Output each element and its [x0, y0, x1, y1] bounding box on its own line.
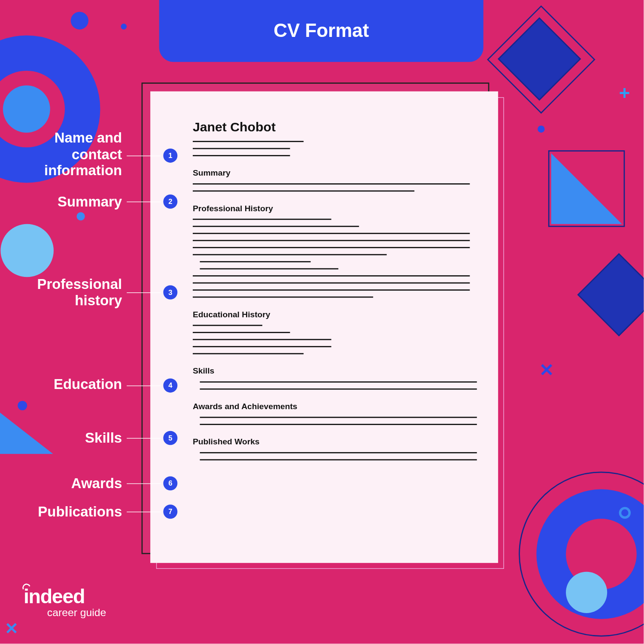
deco-diamond-icon — [498, 17, 581, 100]
cv-name: Janet Chobot — [193, 120, 470, 135]
callout-badge-2: 2 — [163, 194, 177, 209]
cv-skills-lines — [193, 381, 470, 389]
callout-label-contact: Name and contact information — [44, 130, 122, 179]
deco-ring-small-icon — [619, 507, 631, 519]
cv-education-lines — [193, 325, 470, 355]
deco-x-icon: ✕ — [5, 619, 18, 638]
cv-section-professional: Professional History — [193, 204, 470, 213]
deco-plus-icon: + — [619, 82, 630, 104]
cv-section-skills: Skills — [193, 366, 470, 376]
deco-circle-icon — [3, 85, 50, 133]
callout-label-publications: Publications — [38, 504, 122, 520]
callout-badge-3: 3 — [163, 286, 177, 300]
deco-triangle-icon — [0, 413, 53, 454]
deco-circle-icon — [0, 224, 54, 277]
deco-dot-icon — [538, 125, 544, 132]
deco-dot-icon — [76, 212, 85, 220]
cv-document: Janet Chobot Summary Professional Histor… — [150, 91, 498, 563]
logo-brand-text: indeed — [24, 585, 85, 607]
cv-section-summary: Summary — [193, 168, 470, 177]
callout-line-icon — [127, 155, 161, 156]
callout-line-icon — [127, 438, 161, 438]
deco-dot-icon — [121, 24, 127, 30]
cv-section-education: Educational History — [193, 310, 470, 319]
infographic-canvas: + ✕ ✕ CV Format Janet Chobot Summary Pro… — [0, 0, 644, 644]
callout-badge-6: 6 — [163, 476, 177, 490]
callout-badge-1: 1 — [163, 149, 177, 163]
callout-line-icon — [127, 386, 161, 386]
callout-line-icon — [127, 512, 161, 512]
deco-dot-icon — [18, 401, 27, 410]
callout-label-summary: Summary — [58, 193, 122, 210]
callout-badge-4: 4 — [163, 378, 177, 392]
cv-awards-lines — [193, 417, 470, 425]
cv-section-published: Published Works — [193, 437, 470, 446]
cv-contact-lines — [193, 141, 470, 156]
cv-summary-lines — [193, 183, 470, 191]
callout-label-professional: Professional history — [37, 276, 122, 309]
callout-label-awards: Awards — [71, 475, 122, 492]
callout-line-icon — [127, 292, 161, 293]
deco-diamond-icon — [577, 253, 644, 336]
callout-line-icon — [127, 202, 161, 202]
deco-x-icon: ✕ — [539, 360, 554, 380]
page-title: CV Format — [273, 20, 369, 42]
page-title-tab: CV Format — [159, 0, 483, 62]
deco-circle-icon — [566, 572, 607, 613]
callout-label-skills: Skills — [85, 430, 122, 446]
cv-section-awards: Awards and Achievements — [193, 401, 470, 411]
callout-badge-7: 7 — [163, 504, 177, 519]
callout-badge-5: 5 — [163, 431, 177, 445]
cv-published-lines — [193, 452, 470, 460]
cv-professional-lines — [193, 219, 470, 298]
indeed-logo: indeed career guide — [24, 585, 106, 619]
callout-label-education: Education — [54, 376, 122, 392]
deco-circle-icon — [71, 12, 88, 29]
callout-line-icon — [127, 483, 161, 484]
deco-triangle-icon — [551, 153, 622, 224]
logo-subtext: career guide — [47, 607, 106, 619]
